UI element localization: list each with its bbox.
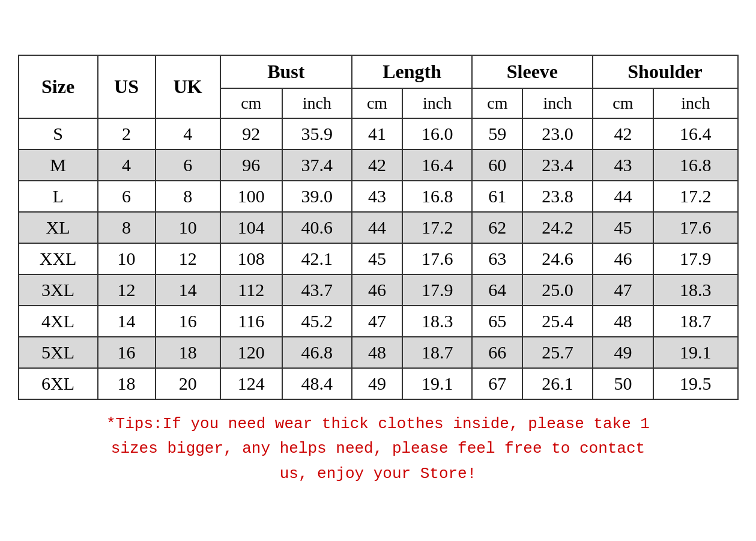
size-chart-table: Size US UK Bust Length Sleeve Shoulder c… [18, 55, 739, 400]
table-cell: M [19, 150, 98, 181]
table-cell: 104 [220, 212, 282, 243]
table-cell: 18.3 [653, 274, 737, 306]
main-container: Size US UK Bust Length Sleeve Shoulder c… [0, 0, 756, 541]
tips-line1: *Tips:If you need wear thick clothes ins… [18, 412, 739, 437]
table-cell: XL [19, 212, 98, 243]
table-cell: 10 [156, 212, 220, 243]
length-cm: cm [352, 88, 402, 118]
table-cell: 64 [472, 274, 522, 306]
table-cell: 45 [593, 212, 654, 243]
tips-line2: sizes bigger, any helps need, please fee… [18, 437, 739, 462]
table-cell: 23.4 [522, 150, 592, 181]
col-uk: UK [156, 55, 220, 118]
table-cell: 37.4 [282, 150, 352, 181]
table-cell: 20 [156, 368, 220, 399]
table-cell: 17.6 [402, 243, 472, 274]
table-row: M469637.44216.46023.44316.8 [19, 150, 738, 181]
table-cell: 47 [593, 274, 654, 306]
table-cell: 50 [593, 368, 654, 399]
table-cell: 19.5 [653, 368, 737, 399]
table-cell: 25.7 [522, 337, 592, 368]
header-main-row: Size US UK Bust Length Sleeve Shoulder [19, 55, 738, 88]
table-cell: 17.9 [402, 274, 472, 306]
table-cell: 14 [156, 274, 220, 306]
length-inch: inch [402, 88, 472, 118]
table-row: XXL101210842.14517.66324.64617.9 [19, 243, 738, 274]
table-cell: 48 [593, 306, 654, 337]
table-cell: 66 [472, 337, 522, 368]
table-cell: 16.4 [402, 150, 472, 181]
table-cell: 3XL [19, 274, 98, 306]
table-cell: 6 [156, 150, 220, 181]
table-cell: 108 [220, 243, 282, 274]
table-row: 3XL121411243.74617.96425.04718.3 [19, 274, 738, 306]
table-cell: 124 [220, 368, 282, 399]
table-cell: 43 [593, 150, 654, 181]
table-cell: 112 [220, 274, 282, 306]
table-row: L6810039.04316.86123.84417.2 [19, 181, 738, 212]
table-cell: 45 [352, 243, 402, 274]
table-cell: 18 [156, 337, 220, 368]
table-cell: 4XL [19, 306, 98, 337]
table-cell: 24.6 [522, 243, 592, 274]
table-cell: 17.2 [402, 212, 472, 243]
table-cell: 18.7 [402, 337, 472, 368]
shoulder-cm: cm [593, 88, 654, 118]
table-cell: 42.1 [282, 243, 352, 274]
table-cell: 16 [156, 306, 220, 337]
table-cell: 49 [352, 368, 402, 399]
sleeve-inch: inch [522, 88, 592, 118]
table-cell: 44 [593, 181, 654, 212]
table-cell: 116 [220, 306, 282, 337]
table-cell: 4 [98, 150, 156, 181]
table-row: XL81010440.64417.26224.24517.6 [19, 212, 738, 243]
col-length: Length [352, 55, 472, 88]
table-cell: 16 [98, 337, 156, 368]
col-shoulder: Shoulder [593, 55, 738, 88]
table-cell: 4 [156, 118, 220, 150]
table-cell: 43 [352, 181, 402, 212]
table-cell: S [19, 118, 98, 150]
col-size: Size [19, 55, 98, 118]
table-cell: 17.6 [653, 212, 737, 243]
table-cell: 18.7 [653, 306, 737, 337]
table-cell: 8 [98, 212, 156, 243]
shoulder-inch: inch [653, 88, 737, 118]
table-cell: 6 [98, 181, 156, 212]
table-cell: 14 [98, 306, 156, 337]
table-cell: 65 [472, 306, 522, 337]
table-cell: 44 [352, 212, 402, 243]
table-cell: 6XL [19, 368, 98, 399]
table-row: 4XL141611645.24718.36525.44818.7 [19, 306, 738, 337]
col-us: US [98, 55, 156, 118]
table-cell: 17.2 [653, 181, 737, 212]
col-bust: Bust [220, 55, 352, 88]
table-cell: 16.8 [653, 150, 737, 181]
table-cell: 24.2 [522, 212, 592, 243]
table-cell: 46 [593, 243, 654, 274]
table-cell: 16.0 [402, 118, 472, 150]
table-cell: L [19, 181, 98, 212]
table-cell: 23.8 [522, 181, 592, 212]
tips-line3: us, enjoy your Store! [18, 462, 739, 487]
table-cell: 46 [352, 274, 402, 306]
table-cell: 42 [593, 118, 654, 150]
table-cell: 46.8 [282, 337, 352, 368]
tips-section: *Tips:If you need wear thick clothes ins… [18, 412, 739, 487]
table-cell: 35.9 [282, 118, 352, 150]
table-cell: 12 [98, 274, 156, 306]
table-row: 6XL182012448.44919.16726.15019.5 [19, 368, 738, 399]
table-cell: 41 [352, 118, 402, 150]
table-cell: 60 [472, 150, 522, 181]
table-cell: 61 [472, 181, 522, 212]
table-cell: 43.7 [282, 274, 352, 306]
table-cell: 10 [98, 243, 156, 274]
table-cell: 39.0 [282, 181, 352, 212]
table-cell: 25.4 [522, 306, 592, 337]
table-cell: 92 [220, 118, 282, 150]
table-cell: 25.0 [522, 274, 592, 306]
table-cell: 12 [156, 243, 220, 274]
table-cell: 100 [220, 181, 282, 212]
bust-inch: inch [282, 88, 352, 118]
table-cell: 62 [472, 212, 522, 243]
